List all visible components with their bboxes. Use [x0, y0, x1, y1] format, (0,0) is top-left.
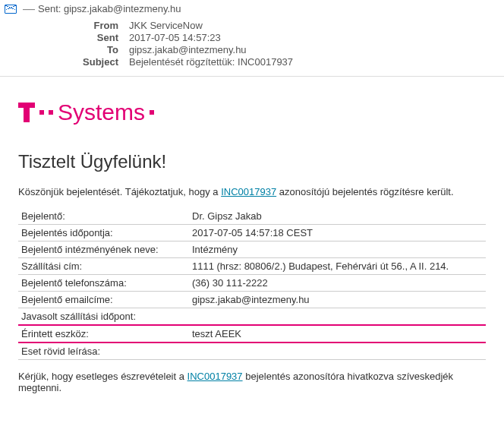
- to-value: gipsz.jakab@intezmeny.hu: [129, 44, 247, 55]
- from-label: From: [30, 20, 129, 31]
- detail-label: Érintett eszköz:: [18, 325, 189, 343]
- followup-text-1: Kérjük, hogy esetleges észrevételeit a: [18, 371, 187, 382]
- intro-text-2: azonosítójú bejelentés rögzítésre került…: [276, 186, 453, 197]
- intro-text-1: Köszönjük bejelentését. Tájékoztatjuk, h…: [18, 186, 221, 197]
- table-row: Bejelentő emailcíme: gipsz.jakab@intezme…: [18, 292, 486, 308]
- detail-value: teszt AEEK: [189, 325, 486, 343]
- ticket-link[interactable]: INC0017937: [221, 186, 276, 197]
- logo-dot-icon: [39, 110, 44, 115]
- detail-value: (36) 30 111-2222: [189, 275, 486, 292]
- mail-header-bar: — Sent: gipsz.jakab@intezmeny.hu: [0, 0, 504, 16]
- table-row: Eset rövid leírása:: [18, 343, 486, 360]
- detail-label: Eset rövid leírása:: [18, 343, 189, 360]
- message-body-scroll[interactable]: Systems Tisztelt Ügyfelünk! Köszönjük be…: [0, 76, 504, 405]
- table-row: Bejelentő intézményének neve: Intézmény: [18, 241, 486, 258]
- table-row: Érintett eszköz: teszt AEEK: [18, 325, 486, 343]
- detail-value: 1111 (hrsz: 80806/2.) Budapest, Fehérvár…: [189, 258, 486, 275]
- to-label: To: [30, 44, 129, 55]
- from-value: JKK ServiceNow: [129, 20, 203, 31]
- logo-text: Systems: [58, 99, 145, 125]
- sent-prefix: Sent:: [38, 3, 61, 14]
- detail-label: Szállítási cím:: [18, 258, 189, 275]
- detail-value: [189, 308, 486, 326]
- logo-dot-icon: [49, 110, 53, 115]
- intro-paragraph: Köszönjük bejelentését. Tájékoztatjuk, h…: [18, 186, 486, 197]
- sent-line: Sent: gipsz.jakab@intezmeny.hu: [38, 3, 181, 14]
- detail-value: Dr. Gipsz Jakab: [189, 208, 486, 225]
- sent-address: gipsz.jakab@intezmeny.hu: [64, 3, 181, 14]
- followup-paragraph: Kérjük, hogy esetleges észrevételeit a I…: [18, 371, 486, 393]
- detail-label: Bejelentő:: [18, 208, 189, 225]
- table-row: Bejelentés időpontja: 2017-07-05 14:57:1…: [18, 225, 486, 241]
- table-row: [18, 360, 486, 361]
- detail-label: Bejelentő intézményének neve:: [18, 241, 189, 258]
- table-row: Szállítási cím: 1111 (hrsz: 80806/2.) Bu…: [18, 258, 486, 275]
- dash-icon: —: [23, 5, 35, 14]
- detail-label: Bejelentés időpontja:: [18, 225, 189, 241]
- detail-label: Bejelentő telefonszáma:: [18, 275, 189, 292]
- t-systems-logo: Systems: [18, 99, 486, 125]
- detail-label: Javasolt szállítási időpont:: [18, 308, 189, 326]
- detail-value: [189, 343, 486, 360]
- message-body: Systems Tisztelt Ügyfelünk! Köszönjük be…: [0, 77, 504, 405]
- detail-value: gipsz.jakab@intezmeny.hu: [189, 292, 486, 308]
- detail-value: Intézmény: [189, 241, 486, 258]
- table-row: Bejelentő telefonszáma: (36) 30 111-2222: [18, 275, 486, 292]
- t-logo-icon: [18, 103, 35, 122]
- details-table: Bejelentő: Dr. Gipsz Jakab Bejelentés id…: [18, 208, 486, 360]
- greeting-heading: Tisztelt Ügyfelünk!: [18, 151, 486, 172]
- detail-value: 2017-07-05 14:57:18 CEST: [189, 225, 486, 241]
- ticket-link[interactable]: INC0017937: [187, 371, 243, 382]
- sent-value: 2017-07-05 14:57:23: [129, 32, 221, 43]
- subject-label: Subject: [30, 56, 129, 68]
- message-meta: From JKK ServiceNow Sent 2017-07-05 14:5…: [0, 16, 504, 76]
- detail-label: Bejelentő emailcíme:: [18, 292, 189, 308]
- table-row: Bejelentő: Dr. Gipsz Jakab: [18, 208, 486, 225]
- sent-label: Sent: [30, 32, 129, 43]
- mail-icon: [5, 5, 17, 14]
- logo-dot-icon: [150, 110, 154, 115]
- table-row: Javasolt szállítási időpont:: [18, 308, 486, 326]
- subject-value: Bejelentését rögzítettük: INC0017937: [129, 56, 293, 68]
